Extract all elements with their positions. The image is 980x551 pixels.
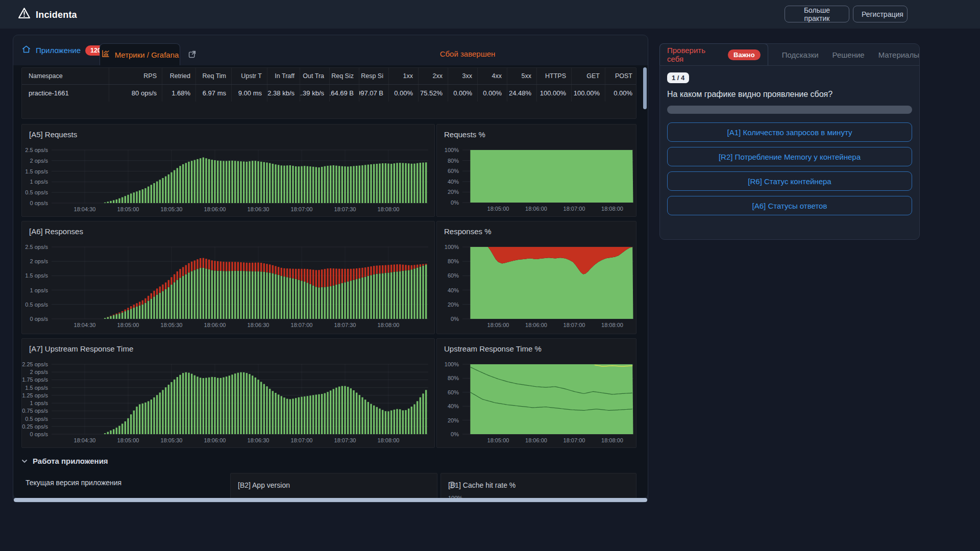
vertical-scrollbar-thumb[interactable]: [643, 67, 647, 109]
table-col-header[interactable]: Retried: [162, 68, 195, 84]
quiz-body: 1 / 4 На каком графике видно проявление …: [660, 66, 919, 215]
table-col-header[interactable]: HTTPS: [536, 68, 571, 84]
table-col-header[interactable]: 2xx: [418, 68, 448, 84]
tab-check-yourself[interactable]: Проверить себя Важно: [659, 43, 768, 65]
svg-text:80%: 80%: [448, 158, 459, 164]
table-col-header[interactable]: 4xx: [477, 68, 507, 84]
external-link-icon[interactable]: [187, 49, 197, 61]
section-app-health-label: Работа приложения: [33, 457, 108, 465]
svg-text:18:07:00: 18:07:00: [291, 206, 313, 212]
app-header: Incidenta Больше практик Регистрация: [0, 0, 980, 29]
svg-text:18:07:30: 18:07:30: [334, 322, 356, 328]
current-version-label: Текущая версия приложения: [26, 479, 121, 487]
cache-hit-rate-panel: [B1] Cache hit rate % 100%: [440, 473, 636, 498]
chart-canvas[interactable]: 100%80%60%40%20%0%18:05:0018:06:0018:07:…: [437, 339, 636, 448]
section-app-health[interactable]: Работа приложения: [21, 457, 108, 465]
table-col-header[interactable]: Req Tim: [195, 68, 231, 84]
more-practices-button[interactable]: Больше практик: [785, 6, 849, 22]
table-cell: 24.48%: [507, 85, 536, 102]
svg-text:2 ops/s: 2 ops/s: [30, 369, 48, 375]
table-col-header[interactable]: Req Siz: [329, 68, 359, 84]
svg-text:40%: 40%: [448, 403, 459, 409]
horizontal-scrollbar[interactable]: [14, 498, 647, 502]
table-col-header[interactable]: GET: [571, 68, 605, 84]
chart-canvas[interactable]: 100%80%60%40%20%0%18:05:0018:06:0018:07:…: [437, 124, 636, 217]
table-col-header[interactable]: 1xx: [388, 68, 418, 84]
quiz-answer-button[interactable]: [A6] Статусы ответов: [667, 196, 912, 215]
svg-text:18:07:00: 18:07:00: [564, 206, 585, 212]
chart-canvas[interactable]: 2.25 ops/s2 ops/s1.75 ops/s1.5 ops/s1.25…: [22, 339, 435, 448]
svg-text:20%: 20%: [448, 189, 459, 195]
svg-text:18:05:30: 18:05:30: [161, 322, 183, 328]
svg-text:2.5 ops/s: 2.5 ops/s: [25, 147, 48, 153]
chart-panel-requests: [A5] Requests2.5 ops/s2 ops/s1.5 ops/s1 …: [21, 124, 435, 217]
tab-hints[interactable]: Подсказки: [782, 44, 819, 65]
svg-text:18:07:00: 18:07:00: [291, 322, 313, 328]
table-col-header[interactable]: 5xx: [507, 68, 536, 84]
svg-text:18:05:00: 18:05:00: [487, 437, 509, 443]
table-col-header[interactable]: 3xx: [448, 68, 477, 84]
table-header-row: NamespaceRPSRetriedReq TimUpstr TIn Traf…: [22, 68, 636, 85]
quiz-answer-button[interactable]: [A1] Количество запросов в минуту: [667, 122, 912, 142]
table-col-header[interactable]: Resp Si: [359, 68, 388, 84]
tab-application-label: Приложение: [36, 46, 81, 55]
table-col-header[interactable]: POST: [605, 68, 636, 84]
tab-metrics-grafana[interactable]: Метрики / Grafana: [100, 43, 180, 65]
question-counter: 1 / 4: [667, 72, 689, 83]
svg-text:80%: 80%: [448, 375, 459, 381]
svg-text:100%: 100%: [445, 147, 459, 153]
brand-name: Incidenta: [36, 10, 77, 20]
table-cell: 0.00%: [448, 85, 477, 102]
brand-logo[interactable]: Incidenta: [17, 7, 77, 23]
svg-text:18:06:30: 18:06:30: [248, 206, 270, 212]
tab-check-yourself-label: Проверить себя: [667, 46, 723, 63]
quiz-question: На каком графике видно проявление сбоя?: [667, 90, 912, 99]
chart-canvas[interactable]: 2.5 ops/s2 ops/s1.5 ops/s1 ops/s0.5 ops/…: [22, 124, 435, 217]
tab-application[interactable]: Приложение 120: [21, 44, 106, 56]
table-row: practice-166180 ops/s1.68%6.97 ms9.00 ms…: [22, 85, 636, 102]
quiz-answer-button[interactable]: [R2] Потребление Memory у контейнера: [667, 147, 912, 166]
svg-text:80%: 80%: [448, 258, 459, 264]
svg-text:60%: 60%: [448, 272, 459, 279]
svg-text:18:05:00: 18:05:00: [487, 206, 509, 212]
svg-text:18:06:00: 18:06:00: [525, 437, 547, 443]
svg-text:18:06:00: 18:06:00: [525, 322, 547, 328]
tab-solution[interactable]: Решение: [832, 44, 865, 65]
svg-text:40%: 40%: [448, 179, 459, 185]
quiz-panel: Проверить себя Важно Подсказки Решение М…: [659, 43, 920, 240]
svg-text:60%: 60%: [448, 168, 459, 174]
quiz-answers: [A1] Количество запросов в минуту[R2] По…: [667, 122, 912, 215]
svg-text:18:08:00: 18:08:00: [601, 437, 623, 443]
table-col-header[interactable]: In Traff: [267, 68, 300, 84]
chart-panel-responses-pct: Responses %100%80%60%40%20%0%18:05:0018:…: [436, 221, 636, 334]
chart-panel-responses: [A6] Responses2.5 ops/s2 ops/s1.5 ops/s1…: [21, 221, 435, 334]
tab-materials[interactable]: Материалы: [878, 44, 919, 65]
table-cell: 100.00%: [536, 85, 571, 102]
bar-chart-icon: [101, 49, 110, 60]
svg-text:18:05:00: 18:05:00: [117, 437, 139, 443]
svg-text:18:06:00: 18:06:00: [204, 322, 226, 328]
svg-text:0.5 ops/s: 0.5 ops/s: [25, 189, 48, 195]
svg-text:18:07:00: 18:07:00: [291, 437, 313, 443]
table-col-header[interactable]: Out Tra: [300, 68, 329, 84]
table-col-header[interactable]: Namespace: [22, 68, 109, 84]
svg-text:18:05:00: 18:05:00: [117, 206, 139, 212]
table-cell: 0.00%: [605, 85, 636, 102]
quiz-tabbar: Проверить себя Важно Подсказки Решение М…: [660, 44, 919, 66]
svg-text:18:04:30: 18:04:30: [74, 206, 96, 212]
table-col-header[interactable]: RPS: [109, 68, 162, 84]
svg-text:2 ops/s: 2 ops/s: [30, 158, 48, 164]
chart-canvas[interactable]: 100%80%60%40%20%0%18:05:0018:06:0018:07:…: [437, 221, 636, 334]
quiz-answer-button[interactable]: [R6] Статус контейнера: [667, 171, 912, 191]
svg-text:18:07:30: 18:07:30: [334, 206, 356, 212]
main-tabbar: Приложение 120 Метрики / Grafana Сбой за…: [13, 35, 648, 65]
svg-text:20%: 20%: [448, 302, 459, 308]
app-version-title: [B2] App version: [238, 481, 290, 489]
table-cell: 6.97 ms: [195, 85, 231, 102]
register-button[interactable]: Регистрация: [853, 6, 908, 22]
chart-canvas[interactable]: 2.5 ops/s2 ops/s1.5 ops/s1 ops/s0.5 ops/…: [22, 221, 435, 334]
svg-text:18:08:00: 18:08:00: [601, 322, 623, 328]
table-col-header[interactable]: Upstr T: [231, 68, 267, 84]
home-icon: [21, 44, 31, 56]
incident-status: Сбой завершен: [381, 49, 554, 58]
